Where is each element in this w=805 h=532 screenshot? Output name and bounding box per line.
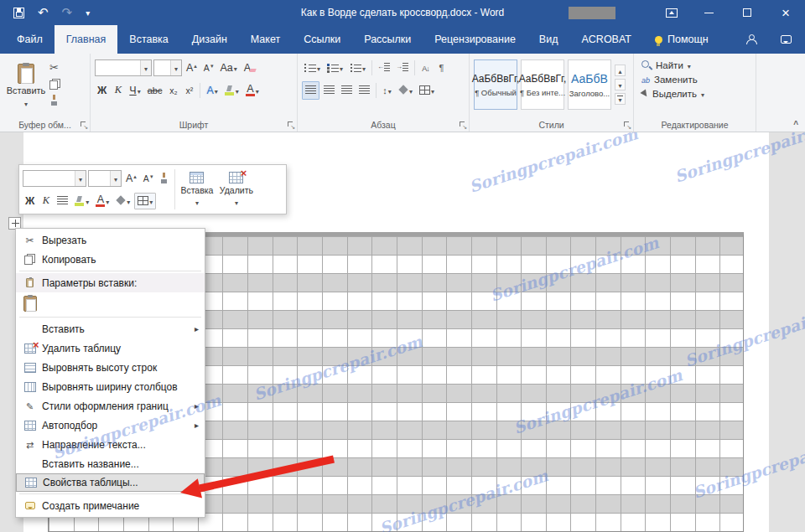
font-dialog-launcher-icon[interactable] — [287, 121, 295, 129]
align-left-button[interactable] — [302, 81, 319, 100]
menu-item-cut[interactable]: Вырезать — [16, 230, 205, 250]
clipboard-dialog-launcher-icon[interactable] — [80, 121, 88, 129]
menu-item-border-styles[interactable]: Стили оформления границ — [16, 396, 205, 416]
decrease-indent-button[interactable] — [376, 59, 392, 77]
cut-icon — [25, 235, 34, 246]
justify-button[interactable] — [356, 81, 372, 100]
title-bar: Как в Ворде сделать кроссворд.docx - Wor… — [0, 0, 805, 25]
highlight-button[interactable] — [222, 81, 242, 100]
mini-format-painter-button[interactable] — [157, 170, 171, 187]
numbering-button[interactable] — [325, 59, 345, 77]
tab-insert[interactable]: Вставка — [117, 25, 179, 54]
tab-view[interactable]: Вид — [527, 25, 570, 54]
account-icon[interactable] — [745, 34, 756, 44]
underline-button[interactable]: Ч — [127, 81, 143, 100]
style-heading1[interactable]: АаБбВ Заголово... — [568, 59, 611, 110]
ribbon: Вставить Буфер обм... А А Аа А — [0, 54, 805, 132]
align-center-button[interactable] — [321, 81, 337, 100]
align-right-button[interactable] — [339, 81, 355, 100]
grow-font-button[interactable]: А — [184, 59, 200, 77]
mini-insert-button[interactable]: Вставка — [177, 167, 216, 212]
styles-more-icon[interactable] — [615, 93, 626, 105]
mini-shading-button[interactable] — [113, 193, 132, 209]
collapse-ribbon-icon[interactable] — [793, 120, 798, 129]
paragraph-dialog-launcher-icon[interactable] — [459, 121, 467, 129]
paste-option-keep-source-formatting[interactable] — [16, 292, 205, 315]
superscript-button[interactable]: x² — [182, 81, 196, 100]
align-right-icon — [341, 85, 352, 95]
tab-review[interactable]: Рецензирование — [423, 25, 527, 54]
bullets-button[interactable] — [302, 59, 323, 77]
align-center-icon — [57, 196, 68, 205]
tab-file[interactable]: Файл — [5, 25, 55, 54]
menu-item-text-direction[interactable]: Направление текста... — [16, 435, 205, 454]
find-button[interactable]: Найти — [638, 59, 751, 71]
mini-font-size-combobox[interactable] — [88, 170, 122, 187]
multilevel-list-button[interactable] — [347, 59, 368, 77]
styles-dialog-launcher-icon[interactable] — [623, 121, 631, 129]
mini-grow-font-button[interactable]: А — [123, 170, 139, 187]
tab-mailings[interactable]: Рассылки — [352, 25, 423, 54]
paste-button[interactable]: Вставить — [3, 56, 49, 116]
mini-bold-button[interactable]: Ж — [23, 193, 37, 209]
format-painter-icon[interactable] — [49, 95, 59, 106]
menu-item-new-comment[interactable]: Создать примечание — [16, 496, 205, 515]
style-no-spacing[interactable]: АаБбВвГг, ¶ Без инте... — [521, 59, 564, 110]
menu-item-autofit[interactable]: Автоподбор — [16, 416, 205, 435]
shrink-font-button[interactable]: А — [201, 59, 216, 77]
font-color-button[interactable]: А — [243, 81, 262, 100]
clear-formatting-button[interactable]: А — [242, 59, 258, 77]
copy-icon[interactable] — [49, 79, 60, 90]
ribbon-display-options-icon[interactable] — [666, 8, 678, 18]
styles-scroll-down-icon[interactable] — [615, 79, 626, 90]
subscript-button[interactable]: x₂ — [166, 81, 180, 100]
menu-item-table-properties[interactable]: Свойства таблицы... — [16, 473, 205, 492]
mini-delete-button[interactable]: Удалить — [216, 167, 256, 212]
select-button[interactable]: Выделить — [638, 88, 751, 100]
line-spacing-button[interactable] — [380, 81, 394, 100]
text-effects-button[interactable]: А — [204, 81, 220, 100]
mini-shrink-font-button[interactable]: А — [141, 170, 156, 187]
close-button[interactable] — [766, 0, 805, 25]
mini-font-name-combobox[interactable] — [23, 170, 86, 187]
mini-font-color-button[interactable]: А — [93, 193, 112, 209]
undo-icon[interactable] — [38, 5, 49, 20]
feedback-icon[interactable] — [781, 35, 792, 44]
minimize-button[interactable] — [689, 0, 728, 25]
shading-button[interactable] — [396, 81, 415, 100]
bold-button[interactable]: Ж — [95, 81, 109, 100]
borders-button[interactable] — [417, 81, 437, 100]
save-icon[interactable] — [13, 8, 24, 18]
italic-button[interactable]: К — [111, 81, 125, 100]
qat-customize-icon[interactable] — [86, 7, 90, 18]
font-name-combobox[interactable] — [95, 59, 152, 76]
show-formatting-marks-button[interactable] — [434, 59, 449, 77]
strikethrough-button[interactable]: abc — [145, 81, 165, 100]
sort-button[interactable] — [418, 59, 433, 77]
tab-references[interactable]: Ссылки — [292, 25, 352, 54]
tab-layout[interactable]: Макет — [239, 25, 292, 54]
menu-item-copy[interactable]: Копировать — [16, 250, 205, 269]
change-case-button[interactable]: Аа — [217, 59, 239, 77]
menu-item-distribute-rows[interactable]: Выровнять высоту строк — [16, 358, 205, 377]
maximize-button[interactable] — [728, 0, 766, 25]
tab-design[interactable]: Дизайн — [180, 25, 239, 54]
redo-icon[interactable] — [62, 5, 73, 20]
mini-italic-button[interactable]: К — [39, 193, 53, 209]
tab-acrobat[interactable]: ACROBAT — [569, 25, 643, 54]
styles-scroll-up-icon[interactable] — [615, 65, 626, 76]
menu-item-distribute-columns[interactable]: Выровнять ширину столбцов — [16, 377, 205, 396]
menu-item-delete-table[interactable]: Удалить таблицу — [16, 338, 205, 358]
mini-borders-button[interactable] — [134, 193, 156, 209]
font-size-combobox[interactable] — [153, 59, 182, 76]
tab-home[interactable]: Главная — [55, 25, 118, 54]
tab-tellme[interactable]: Помощн — [643, 25, 720, 54]
increase-indent-button[interactable] — [394, 59, 411, 77]
menu-item-insert-caption[interactable]: Вставить название... — [16, 454, 205, 473]
replace-button[interactable]: Заменить — [638, 74, 751, 85]
menu-item-insert[interactable]: Вставить — [16, 319, 205, 338]
mini-highlight-button[interactable] — [72, 193, 91, 209]
mini-align-button[interactable] — [55, 193, 70, 209]
style-normal[interactable]: АаБбВвГг, ¶ Обычный — [474, 59, 517, 110]
cut-icon[interactable] — [49, 61, 60, 74]
